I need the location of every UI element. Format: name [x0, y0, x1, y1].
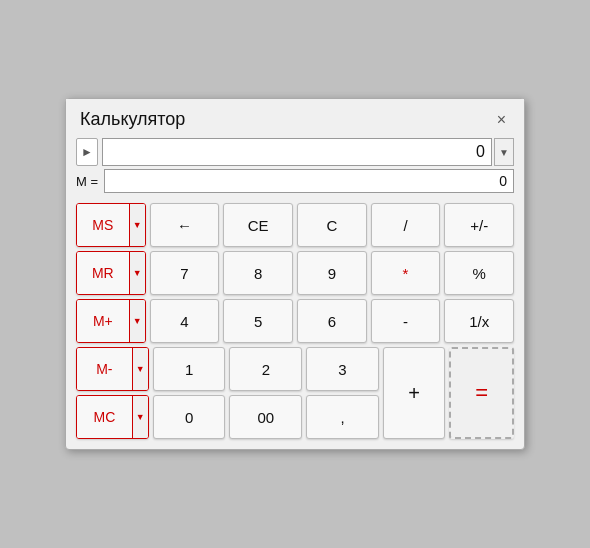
button-row-2: MR ▼ 7 8 9 * %	[76, 251, 514, 295]
mminus-dropdown-arrow[interactable]: ▼	[132, 348, 148, 390]
ms-dropdown-arrow[interactable]: ▼	[129, 204, 145, 246]
4-button[interactable]: 4	[150, 299, 220, 343]
mplus-button[interactable]: M+	[77, 300, 129, 342]
mplus-dropdown-arrow[interactable]: ▼	[129, 300, 145, 342]
c-button[interactable]: C	[297, 203, 367, 247]
display-dropdown-btn[interactable]: ▼	[494, 138, 514, 166]
button-row-4: M- ▼ 1 2 3	[76, 347, 379, 391]
7-button[interactable]: 7	[150, 251, 220, 295]
dot-button[interactable]: ,	[306, 395, 379, 439]
mr-dropdown-arrow[interactable]: ▼	[129, 252, 145, 294]
mminus-button[interactable]: M-	[77, 348, 132, 390]
button-row-1: MS ▼ ← CE C / +/-	[76, 203, 514, 247]
memory-display-row: M =	[76, 169, 514, 193]
window-title: Калькулятор	[80, 109, 185, 130]
close-button[interactable]: ×	[493, 112, 510, 128]
button-rows-4-5: M- ▼ 1 2 3 MC ▼ 0 00 ,	[76, 347, 514, 439]
buttons-area: MS ▼ ← CE C / +/- MR ▼ 7 8 9 * % M+ ▼	[66, 199, 524, 449]
00-button[interactable]: 00	[229, 395, 302, 439]
mc-button[interactable]: MC	[77, 396, 132, 438]
button-row-5: MC ▼ 0 00 ,	[76, 395, 379, 439]
main-display-row: ► ▼	[76, 138, 514, 166]
button-row-3: M+ ▼ 4 5 6 - 1/x	[76, 299, 514, 343]
display-area: ► ▼ M =	[66, 138, 524, 199]
6-button[interactable]: 6	[297, 299, 367, 343]
plusminus-button[interactable]: +/-	[444, 203, 514, 247]
title-bar: Калькулятор ×	[66, 99, 524, 138]
reciprocal-button[interactable]: 1/x	[444, 299, 514, 343]
backspace-button[interactable]: ←	[150, 203, 220, 247]
ms-button[interactable]: MS	[77, 204, 129, 246]
8-button[interactable]: 8	[223, 251, 293, 295]
main-display-input[interactable]	[102, 138, 492, 166]
9-button[interactable]: 9	[297, 251, 367, 295]
memory-label: M =	[76, 174, 98, 189]
calculator-window: Калькулятор × ► ▼ M = MS ▼ ← CE C / +/-	[65, 98, 525, 450]
multiply-button[interactable]: *	[371, 251, 441, 295]
ce-button[interactable]: CE	[223, 203, 293, 247]
percent-button[interactable]: %	[444, 251, 514, 295]
3-button[interactable]: 3	[306, 347, 379, 391]
display-arrow[interactable]: ►	[76, 138, 98, 166]
1-button[interactable]: 1	[153, 347, 226, 391]
mr-button[interactable]: MR	[77, 252, 129, 294]
minus-button[interactable]: -	[371, 299, 441, 343]
divide-button[interactable]: /	[371, 203, 441, 247]
memory-display-input	[104, 169, 514, 193]
0-button[interactable]: 0	[153, 395, 226, 439]
mc-dropdown-arrow[interactable]: ▼	[132, 396, 148, 438]
mminus-button-split[interactable]: M- ▼	[76, 347, 149, 391]
equals-button[interactable]: =	[449, 347, 514, 439]
mr-button-split[interactable]: MR ▼	[76, 251, 146, 295]
mc-button-split[interactable]: MC ▼	[76, 395, 149, 439]
ms-button-split[interactable]: MS ▼	[76, 203, 146, 247]
mplus-button-split[interactable]: M+ ▼	[76, 299, 146, 343]
plus-button[interactable]: +	[383, 347, 446, 439]
5-button[interactable]: 5	[223, 299, 293, 343]
2-button[interactable]: 2	[229, 347, 302, 391]
